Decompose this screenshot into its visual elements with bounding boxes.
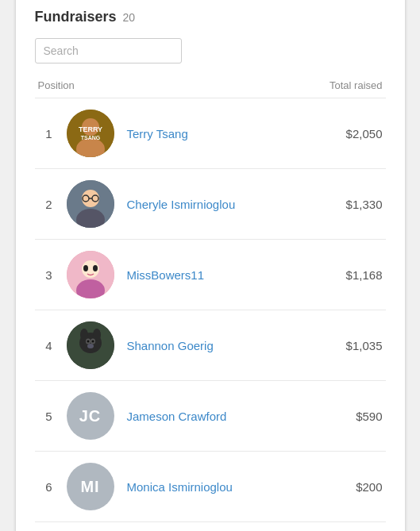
avatar-terry-tsang: TERRY TSANG <box>67 110 114 157</box>
avatar-monica: MI <box>67 463 114 510</box>
svg-point-23 <box>87 341 89 343</box>
svg-point-14 <box>83 265 88 271</box>
fundraiser-name-link[interactable]: Jameson Crawford <box>127 410 356 423</box>
avatar-initials: JC <box>79 407 102 425</box>
position-number: 5 <box>38 410 60 423</box>
position-column-header: Position <box>38 79 75 91</box>
table-row: 6MIMonica Ismirnioglou$200 <box>35 452 386 522</box>
page-title: Fundraisers <box>35 9 117 25</box>
avatar-missbowers <box>67 251 114 298</box>
search-input[interactable] <box>35 38 182 63</box>
fundraiser-name-link[interactable]: Monica Ismirnioglou <box>127 480 356 494</box>
avatar-initials: MI <box>80 478 99 496</box>
table-row: 5JCJameson Crawford$590 <box>35 381 386 452</box>
table-row: 3 MissBowers11$1,168 <box>35 240 386 310</box>
fundraiser-amount: $1,330 <box>346 198 383 211</box>
position-number: 3 <box>38 268 60 282</box>
position-number: 6 <box>38 480 60 494</box>
avatar-shannon <box>67 321 114 369</box>
fundraiser-list: 1 TERRY TSANG Terry Tsang$2,0502 Cheryle… <box>35 98 386 522</box>
fundraiser-amount: $1,035 <box>346 339 383 352</box>
table-row: 4 Shannon Goerig$1,035 <box>35 310 386 381</box>
svg-text:TSANG: TSANG <box>80 135 100 140</box>
total-raised-column-header: Total raised <box>329 79 382 91</box>
position-number: 1 <box>38 127 60 140</box>
table-row: 2 Cheryle Ismirnioglou$1,330 <box>35 169 386 240</box>
svg-text:TERRY: TERRY <box>78 125 102 133</box>
fundraiser-name-link[interactable]: Shannon Goerig <box>127 339 346 352</box>
svg-point-24 <box>91 341 94 343</box>
column-headers: Position Total raised <box>35 79 386 91</box>
avatar-cheryle <box>67 180 114 228</box>
avatar-jameson: JC <box>67 392 114 440</box>
table-row: 1 TERRY TSANG Terry Tsang$2,050 <box>35 98 386 169</box>
fundraiser-amount: $1,168 <box>346 268 383 282</box>
fundraiser-name-link[interactable]: Terry Tsang <box>127 127 346 140</box>
fundraiser-amount: $590 <box>356 410 382 423</box>
fundraiser-amount: $2,050 <box>346 127 383 140</box>
svg-point-15 <box>93 265 98 271</box>
fundraiser-count: 20 <box>123 11 136 24</box>
position-number: 4 <box>38 339 60 352</box>
fundraiser-name-link[interactable]: MissBowers11 <box>127 268 346 282</box>
fundraiser-name-link[interactable]: Cheryle Ismirnioglou <box>127 198 346 211</box>
position-number: 2 <box>38 198 60 211</box>
card-header: Fundraisers 20 <box>35 9 386 25</box>
svg-point-22 <box>87 344 94 348</box>
fundraisers-card: Fundraisers 20 Position Total raised 1 T… <box>16 0 405 531</box>
fundraiser-amount: $200 <box>356 480 382 494</box>
